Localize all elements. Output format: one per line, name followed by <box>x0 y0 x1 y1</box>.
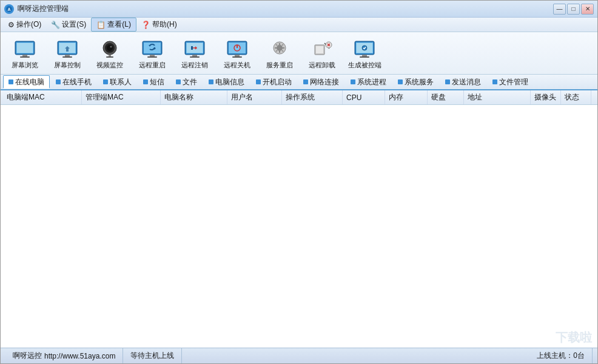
remote-restart-icon <box>141 38 163 59</box>
tab-file-manager-label: 文件管理 <box>499 77 528 87</box>
tab-startup-label: 开机启动 <box>263 77 292 87</box>
tool-remote-logout[interactable]: 远程注销 <box>174 35 215 72</box>
status-bar: 啊呀远控 http://www.51aya.com 等待主机上线 上线主机：0台 <box>1 348 597 363</box>
menu-view[interactable]: 📋 查看(L) <box>91 18 136 32</box>
tab-startup[interactable]: 开机启动 <box>250 75 297 89</box>
file-manager-dot <box>492 79 497 84</box>
screen-browse-label: 屏幕浏览 <box>12 61 38 70</box>
tab-contacts-label: 联系人 <box>110 77 132 87</box>
svg-rect-26 <box>192 55 197 56</box>
tool-screen-control[interactable]: 屏幕控制 <box>47 35 88 72</box>
online-phone-dot <box>56 79 61 84</box>
app-name-text: 啊呀远控 <box>13 351 42 361</box>
tab-services-label: 系统服务 <box>405 77 434 87</box>
status-waiting: 等待主机上线 <box>123 348 182 363</box>
tab-network[interactable]: 网络连接 <box>298 75 344 89</box>
status-online-count: 上线主机：0台 <box>529 348 593 363</box>
startup-dot <box>256 79 261 84</box>
svg-rect-35 <box>237 45 238 48</box>
svg-rect-5 <box>20 56 30 58</box>
menu-bar: ⚙ 操作(O) 🔧 设置(S) 📋 查看(L) ❓ 帮助(H) <box>1 18 597 32</box>
waiting-text: 等待主机上线 <box>130 351 174 361</box>
svg-point-37 <box>277 45 283 51</box>
close-button[interactable]: ✕ <box>581 4 594 15</box>
tab-file-manager[interactable]: 文件管理 <box>487 75 534 89</box>
send-message-dot <box>445 79 450 84</box>
table-body <box>1 105 597 348</box>
network-dot <box>303 79 308 84</box>
tab-sms[interactable]: 短信 <box>138 75 170 89</box>
tab-bar: 在线电脑 在线手机 联系人 短信 文件 电脑信息 开机启动 网络连接 <box>1 75 597 90</box>
tab-send-message[interactable]: 发送消息 <box>440 75 486 89</box>
tool-remote-restart[interactable]: 远程重启 <box>132 35 173 72</box>
tool-service-restart[interactable]: 服务重启 <box>259 35 300 72</box>
svg-rect-29 <box>191 46 193 50</box>
tab-send-message-label: 发送消息 <box>452 77 481 87</box>
tab-services[interactable]: 系统服务 <box>392 75 439 89</box>
tab-processes[interactable]: 系统进程 <box>345 75 392 89</box>
tab-contacts[interactable]: 联系人 <box>98 75 137 89</box>
tab-processes-label: 系统进程 <box>357 77 386 87</box>
remote-logout-icon <box>184 38 206 59</box>
sms-dot <box>143 79 148 84</box>
content-area: 电脑端MAC 管理端MAC 电脑名称 用户名 操作系统 CPU 内存 硬盘 地址… <box>1 90 597 348</box>
tool-screen-browse[interactable]: 屏幕浏览 <box>4 35 45 72</box>
col-header-mac1: 电脑端MAC <box>3 90 82 104</box>
tab-files[interactable]: 文件 <box>170 75 203 89</box>
tab-network-label: 网络连接 <box>310 77 339 87</box>
svg-rect-4 <box>22 55 27 56</box>
svg-rect-16 <box>109 55 111 56</box>
toolbar: 屏幕浏览 屏幕控制 <box>1 32 597 75</box>
tab-pc-info-label: 电脑信息 <box>215 77 244 87</box>
maximize-button[interactable]: □ <box>567 4 580 15</box>
operations-icon: ⚙ <box>8 21 15 29</box>
svg-point-15 <box>110 46 112 47</box>
svg-rect-39 <box>316 46 323 53</box>
remote-restart-label: 远程重启 <box>139 61 166 70</box>
svg-rect-17 <box>106 56 113 58</box>
minimize-button[interactable]: — <box>553 4 566 15</box>
service-restart-icon <box>269 38 291 59</box>
col-header-cam: 摄像头 <box>531 90 561 104</box>
screen-control-icon <box>56 38 78 59</box>
tab-online-pc[interactable]: 在线电脑 <box>3 75 50 89</box>
pc-info-dot <box>209 79 213 84</box>
files-dot <box>176 79 181 84</box>
online-count-text: 上线主机：0台 <box>537 351 585 361</box>
tab-online-pc-label: 在线电脑 <box>15 77 44 87</box>
settings-icon: 🔧 <box>51 21 60 29</box>
svg-rect-27 <box>190 56 200 58</box>
remote-shutdown-icon <box>226 38 248 59</box>
col-header-mac2: 管理端MAC <box>82 90 161 104</box>
menu-settings[interactable]: 🔧 设置(S) <box>46 18 91 32</box>
menu-operations[interactable]: ⚙ 操作(O) <box>3 18 46 32</box>
tool-video-monitor[interactable]: 视频监控 <box>89 35 130 72</box>
col-header-os: 操作系统 <box>282 90 343 104</box>
generate-client-icon <box>354 38 375 59</box>
svg-rect-10 <box>62 56 72 58</box>
tool-remote-shutdown[interactable]: 远程关机 <box>217 35 258 72</box>
services-dot <box>398 79 403 84</box>
tool-generate-client[interactable]: 生成被控端 <box>344 35 385 72</box>
svg-rect-6 <box>17 43 33 53</box>
tab-online-phone[interactable]: 在线手机 <box>50 75 97 89</box>
svg-rect-9 <box>65 55 70 56</box>
operations-label: 操作(O) <box>16 19 41 30</box>
help-icon: ❓ <box>141 21 150 29</box>
video-monitor-icon <box>99 38 121 59</box>
tool-remote-uninstall[interactable]: 远程卸载 <box>301 35 343 72</box>
col-header-cpu: CPU <box>343 90 385 104</box>
remote-uninstall-label: 远程卸载 <box>309 61 335 70</box>
svg-rect-21 <box>147 56 157 58</box>
col-header-mem: 内存 <box>385 90 428 104</box>
contacts-dot <box>103 79 108 84</box>
table-header: 电脑端MAC 管理端MAC 电脑名称 用户名 操作系统 CPU 内存 硬盘 地址… <box>1 90 597 105</box>
tab-pc-info[interactable]: 电脑信息 <box>203 75 250 89</box>
svg-rect-32 <box>235 55 240 56</box>
svg-rect-20 <box>150 55 155 56</box>
menu-help[interactable]: ❓ 帮助(H) <box>136 18 182 32</box>
col-header-addr: 地址 <box>464 90 531 104</box>
col-header-disk: 硬盘 <box>428 90 464 104</box>
col-header-name: 电脑名称 <box>161 90 227 104</box>
svg-point-14 <box>107 45 113 51</box>
